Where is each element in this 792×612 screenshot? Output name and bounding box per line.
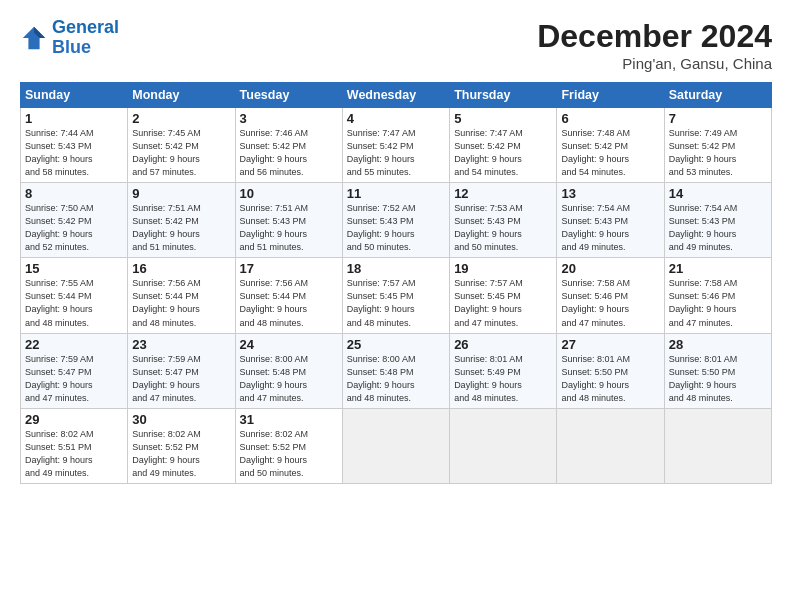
day-info: Sunrise: 7:59 AM Sunset: 5:47 PM Dayligh… <box>132 353 230 405</box>
day-number: 7 <box>669 111 767 126</box>
day-number: 24 <box>240 337 338 352</box>
calendar-cell <box>342 408 449 483</box>
day-info: Sunrise: 7:55 AM Sunset: 5:44 PM Dayligh… <box>25 277 123 329</box>
day-info: Sunrise: 7:48 AM Sunset: 5:42 PM Dayligh… <box>561 127 659 179</box>
day-info: Sunrise: 7:59 AM Sunset: 5:47 PM Dayligh… <box>25 353 123 405</box>
day-info: Sunrise: 8:01 AM Sunset: 5:49 PM Dayligh… <box>454 353 552 405</box>
day-info: Sunrise: 7:46 AM Sunset: 5:42 PM Dayligh… <box>240 127 338 179</box>
calendar-cell: 13Sunrise: 7:54 AM Sunset: 5:43 PM Dayli… <box>557 183 664 258</box>
logo-text: General Blue <box>52 18 119 58</box>
calendar-cell: 31Sunrise: 8:02 AM Sunset: 5:52 PM Dayli… <box>235 408 342 483</box>
calendar-cell <box>664 408 771 483</box>
weekday-header: Saturday <box>664 83 771 108</box>
day-info: Sunrise: 7:47 AM Sunset: 5:42 PM Dayligh… <box>347 127 445 179</box>
day-number: 11 <box>347 186 445 201</box>
calendar-cell: 3Sunrise: 7:46 AM Sunset: 5:42 PM Daylig… <box>235 108 342 183</box>
calendar-cell: 22Sunrise: 7:59 AM Sunset: 5:47 PM Dayli… <box>21 333 128 408</box>
day-number: 21 <box>669 261 767 276</box>
day-number: 30 <box>132 412 230 427</box>
day-info: Sunrise: 7:45 AM Sunset: 5:42 PM Dayligh… <box>132 127 230 179</box>
calendar-cell: 18Sunrise: 7:57 AM Sunset: 5:45 PM Dayli… <box>342 258 449 333</box>
month-title: December 2024 <box>537 18 772 55</box>
day-number: 22 <box>25 337 123 352</box>
day-info: Sunrise: 7:57 AM Sunset: 5:45 PM Dayligh… <box>454 277 552 329</box>
day-info: Sunrise: 7:44 AM Sunset: 5:43 PM Dayligh… <box>25 127 123 179</box>
calendar-cell: 15Sunrise: 7:55 AM Sunset: 5:44 PM Dayli… <box>21 258 128 333</box>
day-info: Sunrise: 7:58 AM Sunset: 5:46 PM Dayligh… <box>669 277 767 329</box>
weekday-header-row: SundayMondayTuesdayWednesdayThursdayFrid… <box>21 83 772 108</box>
day-number: 25 <box>347 337 445 352</box>
page-header: General Blue December 2024 Ping'an, Gans… <box>20 18 772 72</box>
logo-line2: Blue <box>52 37 91 57</box>
calendar-cell: 8Sunrise: 7:50 AM Sunset: 5:42 PM Daylig… <box>21 183 128 258</box>
calendar-week-row: 29Sunrise: 8:02 AM Sunset: 5:51 PM Dayli… <box>21 408 772 483</box>
day-info: Sunrise: 7:53 AM Sunset: 5:43 PM Dayligh… <box>454 202 552 254</box>
calendar-cell: 9Sunrise: 7:51 AM Sunset: 5:42 PM Daylig… <box>128 183 235 258</box>
weekday-header: Monday <box>128 83 235 108</box>
logo-line1: General <box>52 17 119 37</box>
calendar-page: General Blue December 2024 Ping'an, Gans… <box>0 0 792 612</box>
day-number: 15 <box>25 261 123 276</box>
calendar-cell: 26Sunrise: 8:01 AM Sunset: 5:49 PM Dayli… <box>450 333 557 408</box>
calendar-cell: 17Sunrise: 7:56 AM Sunset: 5:44 PM Dayli… <box>235 258 342 333</box>
logo: General Blue <box>20 18 119 58</box>
calendar-cell: 25Sunrise: 8:00 AM Sunset: 5:48 PM Dayli… <box>342 333 449 408</box>
day-info: Sunrise: 7:50 AM Sunset: 5:42 PM Dayligh… <box>25 202 123 254</box>
calendar-cell: 21Sunrise: 7:58 AM Sunset: 5:46 PM Dayli… <box>664 258 771 333</box>
calendar-week-row: 8Sunrise: 7:50 AM Sunset: 5:42 PM Daylig… <box>21 183 772 258</box>
day-info: Sunrise: 7:51 AM Sunset: 5:43 PM Dayligh… <box>240 202 338 254</box>
calendar-cell: 14Sunrise: 7:54 AM Sunset: 5:43 PM Dayli… <box>664 183 771 258</box>
weekday-header: Sunday <box>21 83 128 108</box>
day-info: Sunrise: 8:02 AM Sunset: 5:52 PM Dayligh… <box>132 428 230 480</box>
calendar-cell: 27Sunrise: 8:01 AM Sunset: 5:50 PM Dayli… <box>557 333 664 408</box>
day-number: 10 <box>240 186 338 201</box>
calendar-cell: 6Sunrise: 7:48 AM Sunset: 5:42 PM Daylig… <box>557 108 664 183</box>
calendar-cell: 10Sunrise: 7:51 AM Sunset: 5:43 PM Dayli… <box>235 183 342 258</box>
day-number: 18 <box>347 261 445 276</box>
day-info: Sunrise: 8:02 AM Sunset: 5:51 PM Dayligh… <box>25 428 123 480</box>
day-number: 5 <box>454 111 552 126</box>
day-number: 23 <box>132 337 230 352</box>
calendar-week-row: 22Sunrise: 7:59 AM Sunset: 5:47 PM Dayli… <box>21 333 772 408</box>
weekday-header: Tuesday <box>235 83 342 108</box>
day-number: 28 <box>669 337 767 352</box>
weekday-header: Thursday <box>450 83 557 108</box>
calendar-cell: 1Sunrise: 7:44 AM Sunset: 5:43 PM Daylig… <box>21 108 128 183</box>
title-block: December 2024 Ping'an, Gansu, China <box>537 18 772 72</box>
day-info: Sunrise: 7:47 AM Sunset: 5:42 PM Dayligh… <box>454 127 552 179</box>
day-number: 13 <box>561 186 659 201</box>
day-info: Sunrise: 7:54 AM Sunset: 5:43 PM Dayligh… <box>561 202 659 254</box>
day-number: 26 <box>454 337 552 352</box>
day-number: 1 <box>25 111 123 126</box>
day-number: 16 <box>132 261 230 276</box>
calendar-cell: 11Sunrise: 7:52 AM Sunset: 5:43 PM Dayli… <box>342 183 449 258</box>
day-number: 20 <box>561 261 659 276</box>
calendar-cell: 23Sunrise: 7:59 AM Sunset: 5:47 PM Dayli… <box>128 333 235 408</box>
day-number: 6 <box>561 111 659 126</box>
calendar-cell: 16Sunrise: 7:56 AM Sunset: 5:44 PM Dayli… <box>128 258 235 333</box>
day-number: 2 <box>132 111 230 126</box>
calendar-cell <box>450 408 557 483</box>
calendar-table: SundayMondayTuesdayWednesdayThursdayFrid… <box>20 82 772 484</box>
day-info: Sunrise: 7:54 AM Sunset: 5:43 PM Dayligh… <box>669 202 767 254</box>
day-number: 4 <box>347 111 445 126</box>
day-number: 12 <box>454 186 552 201</box>
calendar-cell <box>557 408 664 483</box>
calendar-cell: 2Sunrise: 7:45 AM Sunset: 5:42 PM Daylig… <box>128 108 235 183</box>
calendar-cell: 7Sunrise: 7:49 AM Sunset: 5:42 PM Daylig… <box>664 108 771 183</box>
location: Ping'an, Gansu, China <box>537 55 772 72</box>
calendar-cell: 4Sunrise: 7:47 AM Sunset: 5:42 PM Daylig… <box>342 108 449 183</box>
day-number: 17 <box>240 261 338 276</box>
calendar-cell: 19Sunrise: 7:57 AM Sunset: 5:45 PM Dayli… <box>450 258 557 333</box>
calendar-cell: 5Sunrise: 7:47 AM Sunset: 5:42 PM Daylig… <box>450 108 557 183</box>
day-number: 9 <box>132 186 230 201</box>
calendar-cell: 29Sunrise: 8:02 AM Sunset: 5:51 PM Dayli… <box>21 408 128 483</box>
logo-icon <box>20 24 48 52</box>
day-info: Sunrise: 7:52 AM Sunset: 5:43 PM Dayligh… <box>347 202 445 254</box>
calendar-cell: 28Sunrise: 8:01 AM Sunset: 5:50 PM Dayli… <box>664 333 771 408</box>
day-number: 29 <box>25 412 123 427</box>
day-info: Sunrise: 7:56 AM Sunset: 5:44 PM Dayligh… <box>240 277 338 329</box>
calendar-cell: 24Sunrise: 8:00 AM Sunset: 5:48 PM Dayli… <box>235 333 342 408</box>
day-info: Sunrise: 7:58 AM Sunset: 5:46 PM Dayligh… <box>561 277 659 329</box>
day-number: 31 <box>240 412 338 427</box>
